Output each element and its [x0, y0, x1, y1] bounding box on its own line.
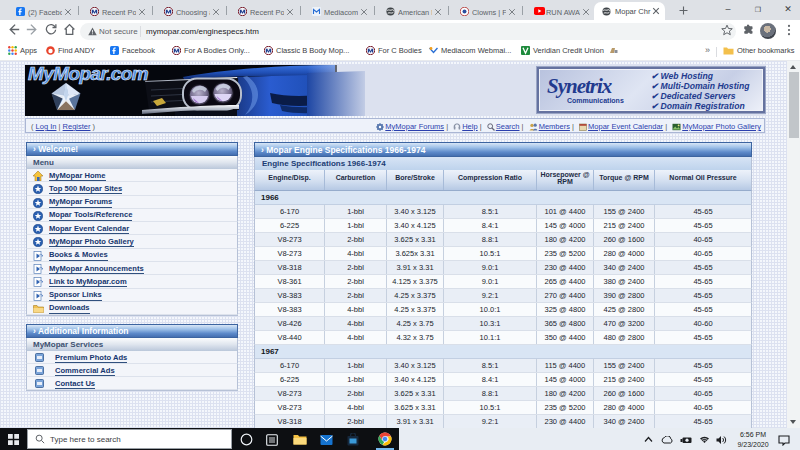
svg-text:MyMopar.com: MyMopar.com	[28, 65, 149, 84]
